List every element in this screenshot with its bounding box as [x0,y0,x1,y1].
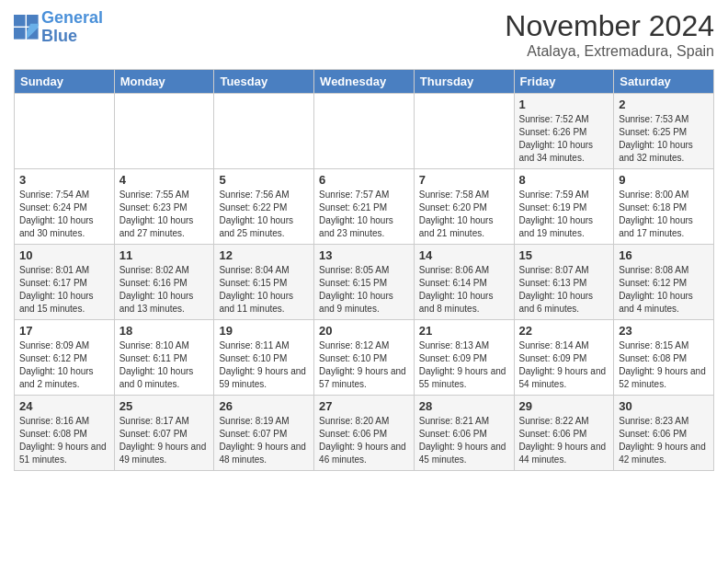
calendar-cell [414,94,514,169]
calendar-cell: 7Sunrise: 7:58 AM Sunset: 6:20 PM Daylig… [414,169,514,245]
calendar-cell: 25Sunrise: 8:17 AM Sunset: 6:07 PM Dayli… [114,396,214,471]
page-container: General Blue November 2024 Atalaya, Extr… [0,0,728,480]
title-section: November 2024 Atalaya, Extremadura, Spai… [505,9,714,60]
calendar-cell: 10Sunrise: 8:01 AM Sunset: 6:17 PM Dayli… [15,245,115,320]
day-number: 1 [519,98,609,111]
day-info: Sunrise: 8:02 AM Sunset: 6:16 PM Dayligh… [119,264,210,316]
calendar-cell: 4Sunrise: 7:55 AM Sunset: 6:23 PM Daylig… [114,169,214,245]
day-info: Sunrise: 7:52 AM Sunset: 6:26 PM Dayligh… [519,113,609,165]
calendar-cell: 30Sunrise: 8:23 AM Sunset: 6:06 PM Dayli… [614,396,714,471]
day-number: 4 [119,173,210,187]
day-number: 17 [19,324,109,338]
day-info: Sunrise: 8:15 AM Sunset: 6:08 PM Dayligh… [619,339,709,391]
day-info: Sunrise: 8:17 AM Sunset: 6:07 PM Dayligh… [119,415,210,466]
day-info: Sunrise: 7:58 AM Sunset: 6:20 PM Dayligh… [419,189,509,240]
calendar-cell: 28Sunrise: 8:21 AM Sunset: 6:06 PM Dayli… [414,396,514,471]
calendar: SundayMondayTuesdayWednesdayThursdayFrid… [14,69,714,471]
day-number: 14 [419,248,509,262]
weekday-header: Wednesday [314,70,415,94]
calendar-cell: 22Sunrise: 8:14 AM Sunset: 6:09 PM Dayli… [514,320,614,396]
calendar-cell: 26Sunrise: 8:19 AM Sunset: 6:07 PM Dayli… [214,396,314,471]
day-info: Sunrise: 7:56 AM Sunset: 6:22 PM Dayligh… [219,189,309,240]
weekday-header: Monday [114,70,214,94]
day-info: Sunrise: 7:53 AM Sunset: 6:25 PM Dayligh… [619,113,709,165]
calendar-cell: 17Sunrise: 8:09 AM Sunset: 6:12 PM Dayli… [15,320,115,396]
month-title: November 2024 [505,9,714,43]
day-info: Sunrise: 8:00 AM Sunset: 6:18 PM Dayligh… [619,189,709,240]
day-info: Sunrise: 8:21 AM Sunset: 6:06 PM Dayligh… [419,415,509,466]
day-number: 30 [619,399,709,413]
day-number: 20 [319,324,409,338]
day-number: 26 [219,399,309,413]
weekday-header: Friday [514,70,614,94]
calendar-cell: 21Sunrise: 8:13 AM Sunset: 6:09 PM Dayli… [414,320,514,396]
day-number: 11 [119,248,210,262]
day-info: Sunrise: 7:54 AM Sunset: 6:24 PM Dayligh… [19,189,109,240]
day-number: 24 [19,399,109,413]
weekday-header: Tuesday [214,70,314,94]
calendar-week-row: 10Sunrise: 8:01 AM Sunset: 6:17 PM Dayli… [15,245,714,320]
svg-rect-0 [14,15,26,27]
logo: General Blue [14,9,103,46]
day-info: Sunrise: 8:23 AM Sunset: 6:06 PM Dayligh… [619,415,709,466]
day-number: 18 [119,324,210,338]
header: General Blue November 2024 Atalaya, Extr… [14,9,714,60]
day-number: 29 [519,399,609,413]
location: Atalaya, Extremadura, Spain [505,43,714,60]
day-info: Sunrise: 8:11 AM Sunset: 6:10 PM Dayligh… [219,339,309,391]
day-number: 10 [19,248,109,262]
day-number: 22 [519,324,609,338]
calendar-cell: 24Sunrise: 8:16 AM Sunset: 6:08 PM Dayli… [15,396,115,471]
calendar-cell: 9Sunrise: 8:00 AM Sunset: 6:18 PM Daylig… [614,169,714,245]
logo-line2: Blue [41,27,77,45]
calendar-cell: 20Sunrise: 8:12 AM Sunset: 6:10 PM Dayli… [314,320,415,396]
calendar-cell: 18Sunrise: 8:10 AM Sunset: 6:11 PM Dayli… [114,320,214,396]
calendar-cell [214,94,314,169]
calendar-cell: 23Sunrise: 8:15 AM Sunset: 6:08 PM Dayli… [614,320,714,396]
logo-text: General Blue [41,9,103,46]
calendar-cell: 11Sunrise: 8:02 AM Sunset: 6:16 PM Dayli… [114,245,214,320]
calendar-cell [114,94,214,169]
calendar-cell: 29Sunrise: 8:22 AM Sunset: 6:06 PM Dayli… [514,396,614,471]
calendar-cell: 1Sunrise: 7:52 AM Sunset: 6:26 PM Daylig… [514,94,614,169]
logo-icon [14,15,40,40]
day-info: Sunrise: 7:57 AM Sunset: 6:21 PM Dayligh… [319,189,409,240]
day-info: Sunrise: 7:59 AM Sunset: 6:19 PM Dayligh… [519,189,609,240]
day-number: 27 [319,399,409,413]
calendar-week-row: 17Sunrise: 8:09 AM Sunset: 6:12 PM Dayli… [15,320,714,396]
day-number: 21 [419,324,509,338]
calendar-cell [314,94,415,169]
svg-rect-2 [14,28,26,40]
day-info: Sunrise: 8:12 AM Sunset: 6:10 PM Dayligh… [319,339,409,391]
day-number: 3 [19,173,109,187]
day-number: 6 [319,173,409,187]
calendar-week-row: 24Sunrise: 8:16 AM Sunset: 6:08 PM Dayli… [15,396,714,471]
day-number: 23 [619,324,709,338]
calendar-cell: 8Sunrise: 7:59 AM Sunset: 6:19 PM Daylig… [514,169,614,245]
day-info: Sunrise: 8:10 AM Sunset: 6:11 PM Dayligh… [119,339,210,391]
day-info: Sunrise: 8:14 AM Sunset: 6:09 PM Dayligh… [519,339,609,391]
calendar-cell: 13Sunrise: 8:05 AM Sunset: 6:15 PM Dayli… [314,245,415,320]
day-number: 25 [119,399,210,413]
calendar-week-row: 1Sunrise: 7:52 AM Sunset: 6:26 PM Daylig… [15,94,714,169]
calendar-cell: 12Sunrise: 8:04 AM Sunset: 6:15 PM Dayli… [214,245,314,320]
calendar-cell: 6Sunrise: 7:57 AM Sunset: 6:21 PM Daylig… [314,169,415,245]
day-info: Sunrise: 8:09 AM Sunset: 6:12 PM Dayligh… [19,339,109,391]
day-info: Sunrise: 8:19 AM Sunset: 6:07 PM Dayligh… [219,415,309,466]
weekday-header-row: SundayMondayTuesdayWednesdayThursdayFrid… [15,70,714,94]
day-number: 16 [619,248,709,262]
day-info: Sunrise: 8:05 AM Sunset: 6:15 PM Dayligh… [319,264,409,316]
day-info: Sunrise: 8:08 AM Sunset: 6:12 PM Dayligh… [619,264,709,316]
day-number: 19 [219,324,309,338]
calendar-cell: 5Sunrise: 7:56 AM Sunset: 6:22 PM Daylig… [214,169,314,245]
calendar-cell: 14Sunrise: 8:06 AM Sunset: 6:14 PM Dayli… [414,245,514,320]
calendar-cell: 16Sunrise: 8:08 AM Sunset: 6:12 PM Dayli… [614,245,714,320]
day-info: Sunrise: 8:22 AM Sunset: 6:06 PM Dayligh… [519,415,609,466]
day-info: Sunrise: 8:06 AM Sunset: 6:14 PM Dayligh… [419,264,509,316]
calendar-cell: 19Sunrise: 8:11 AM Sunset: 6:10 PM Dayli… [214,320,314,396]
weekday-header: Thursday [414,70,514,94]
day-number: 28 [419,399,509,413]
day-number: 8 [519,173,609,187]
calendar-cell: 15Sunrise: 8:07 AM Sunset: 6:13 PM Dayli… [514,245,614,320]
day-info: Sunrise: 7:55 AM Sunset: 6:23 PM Dayligh… [119,189,210,240]
